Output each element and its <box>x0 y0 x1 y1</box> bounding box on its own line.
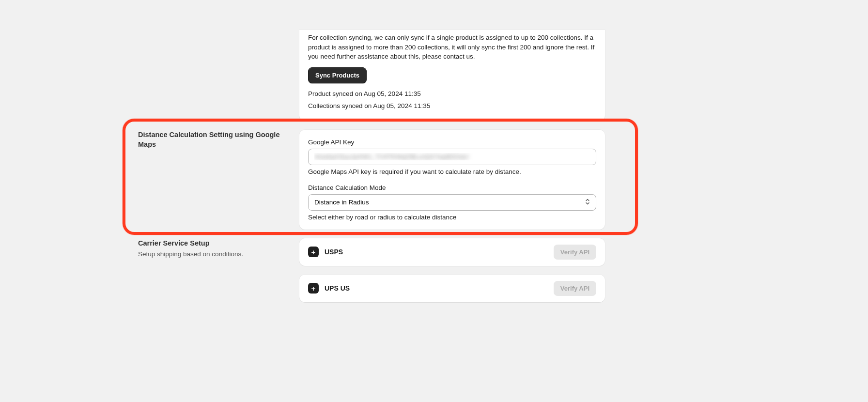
product-synced-status: Product synced on Aug 05, 2024 11:35 <box>308 90 596 97</box>
api-key-help: Google Maps API key is required if you w… <box>308 168 596 175</box>
sync-card: For collection syncing, we can only sync… <box>299 30 605 121</box>
carrier-section: Carrier Service Setup Setup shipping bas… <box>138 238 605 302</box>
verify-api-button[interactable]: Verify API <box>554 281 596 296</box>
distance-mode-help: Select either by road or radius to calcu… <box>308 214 596 221</box>
google-api-key-input[interactable] <box>308 149 596 165</box>
carrier-card-usps: + USPS Verify API <box>299 238 605 266</box>
carrier-section-subtitle: Setup shipping based on conditions. <box>138 250 288 259</box>
carrier-name: USPS <box>325 248 343 256</box>
collections-synced-status: Collections synced on Aug 05, 2024 11:35 <box>308 102 596 109</box>
sync-products-button[interactable]: Sync Products <box>308 67 367 83</box>
plus-icon[interactable]: + <box>308 247 319 257</box>
fade-overlay <box>0 315 868 402</box>
carrier-section-title: Carrier Service Setup <box>138 238 288 248</box>
plus-icon[interactable]: + <box>308 283 319 294</box>
carrier-card-ups: + UPS US Verify API <box>299 275 605 302</box>
carrier-name: UPS US <box>325 284 350 292</box>
distance-mode-select[interactable]: Distance in Radius <box>308 194 596 211</box>
verify-api-button[interactable]: Verify API <box>554 245 596 260</box>
distance-mode-label: Distance Calculation Mode <box>308 184 596 191</box>
api-key-label: Google API Key <box>308 139 596 146</box>
sync-description: For collection syncing, we can only sync… <box>308 33 596 62</box>
distance-card: Google API Key Google Maps API key is re… <box>299 130 605 230</box>
distance-section-title: Distance Calculation Setting using Googl… <box>138 130 288 150</box>
distance-section: Distance Calculation Setting using Googl… <box>138 130 605 230</box>
